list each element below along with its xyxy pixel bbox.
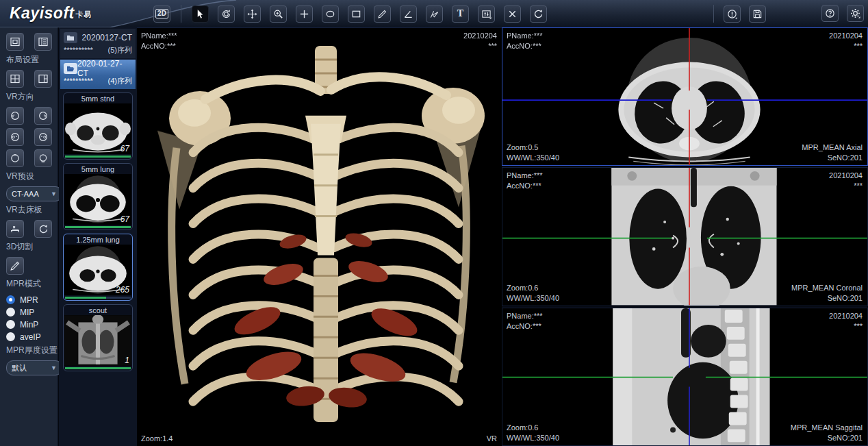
head-anterior-right-icon xyxy=(38,110,49,121)
tool-2d-mode-button[interactable]: 2D xyxy=(153,5,170,23)
tool-angle-measure-button[interactable] xyxy=(400,5,417,23)
radio-checked-icon xyxy=(6,295,15,304)
study-series-count: (5)序列 xyxy=(108,45,132,55)
mpr-mode-option-mpr[interactable]: MPR xyxy=(6,294,52,306)
tool-zoom-button[interactable] xyxy=(270,5,287,23)
thumbnail-image-number: 67 xyxy=(120,144,129,153)
mpr-thickness-label: MPR厚度设置 xyxy=(6,345,52,356)
study-patient-masked: ********** xyxy=(64,77,93,85)
help-icon xyxy=(825,8,835,18)
thumbnail-image: 1 xyxy=(64,315,131,366)
tool-rect-roi-button[interactable] xyxy=(348,5,365,23)
study-item-2-selected[interactable]: 2020-01-27-CT ********** (4)序列 xyxy=(60,60,136,89)
series-thumbnail-scout[interactable]: scout 1 xyxy=(63,304,133,371)
layout-panel-toggle-button[interactable] xyxy=(34,33,52,51)
toolbar-divider xyxy=(713,5,714,23)
main-toolbar: 2D xyxy=(153,5,547,23)
toolbar-divider xyxy=(181,5,181,23)
tool-rotate-3d-button[interactable] xyxy=(218,5,235,23)
series-thumbnail-1-25mm-lung[interactable]: 1.25mm lung 265 xyxy=(63,234,133,301)
help-button[interactable] xyxy=(821,5,839,22)
mpr-coronal-viewport[interactable]: PName:*** AccNO:*** 20210204 *** Zoom:0.… xyxy=(502,167,868,306)
layout-split-1-2-button[interactable] xyxy=(34,70,52,88)
tool-pan-button[interactable] xyxy=(244,5,261,23)
study-patient-masked: ********** xyxy=(64,46,93,54)
grid-2x2-icon xyxy=(10,73,21,84)
save-icon xyxy=(752,9,763,19)
vr-head-oblique-left-button[interactable] xyxy=(6,128,24,146)
tool-cursor-button[interactable] xyxy=(192,5,209,23)
crosshair-icon xyxy=(299,9,309,19)
info-icon xyxy=(727,9,737,19)
tool-cobb-angle-button[interactable] xyxy=(426,5,443,23)
folder-closed-icon xyxy=(64,32,77,43)
remove-bed-button[interactable] xyxy=(6,220,24,238)
thumbnail-image-number: 265 xyxy=(116,285,129,295)
mpr-thickness-value: 默认 xyxy=(12,363,27,373)
tool-ellipse-roi-button[interactable] xyxy=(322,5,339,23)
vr-viewport[interactable]: PName:*** AccNO:*** 20210204 *** Zoom:1.… xyxy=(137,27,502,446)
brand-text-cn: 卡易 xyxy=(76,10,92,18)
text-annotation-icon: T xyxy=(457,8,463,19)
series-thumbnail-5mm-stnd[interactable]: 5mm stnd 67 xyxy=(63,92,133,160)
coronal-ct-graphic xyxy=(502,168,867,305)
app-root: Kayisoft卡易 2D xyxy=(0,0,868,446)
angle-measure-icon xyxy=(403,9,413,19)
cut3d-pencil-button[interactable] xyxy=(6,257,24,275)
toolbar-secondary xyxy=(712,5,766,23)
radio-icon xyxy=(6,308,15,317)
mpr-thickness-select[interactable]: 默认▼ xyxy=(6,360,62,375)
vr-head-inferior-button[interactable] xyxy=(34,149,52,167)
thumbnail-label: scout xyxy=(64,306,131,315)
thumbnail-image: 67 xyxy=(64,174,131,225)
ellipse-roi-icon xyxy=(325,9,335,19)
vr-preset-select[interactable]: CT-AAA▼ xyxy=(6,186,62,201)
vr-head-anterior-left-button[interactable] xyxy=(6,107,24,125)
tool-delete-button[interactable] xyxy=(504,5,521,23)
head-inferior-icon xyxy=(38,153,49,164)
sagittal-ct-graphic xyxy=(502,308,867,445)
study-item-1[interactable]: 20200127-CT ********** (5)序列 xyxy=(60,29,136,58)
brand-logo: Kayisoft卡易 xyxy=(10,4,92,23)
cobb-angle-icon xyxy=(429,9,439,19)
series-column: 20200127-CT ********** (5)序列 2020-01-27-… xyxy=(59,27,137,446)
mpr-mode-option-minp[interactable]: MinP xyxy=(6,319,52,330)
brand-text: Kayisoft xyxy=(10,4,75,22)
rect-roi-icon xyxy=(351,9,361,19)
thumbnail-image: 67 xyxy=(64,103,131,154)
mpr-mode-option-mip[interactable]: MIP xyxy=(6,306,52,318)
vr-head-superior-button[interactable] xyxy=(6,149,24,167)
tool-reset-button[interactable] xyxy=(530,5,547,23)
debed-reset-button[interactable] xyxy=(34,220,52,238)
mpr-sagittal-viewport[interactable]: PName:*** AccNO:*** 20210204 *** Zoom:0.… xyxy=(502,308,868,446)
pan-icon xyxy=(247,9,257,19)
info-button[interactable] xyxy=(724,5,741,23)
layout-single-view-button[interactable] xyxy=(6,33,24,51)
layout-single-icon xyxy=(10,36,21,47)
save-button[interactable] xyxy=(749,5,766,23)
study-series-count: (4)序列 xyxy=(108,76,132,86)
tool-crosshair-button[interactable] xyxy=(296,5,313,23)
vr-head-anterior-right-button[interactable] xyxy=(34,107,52,125)
tool-window-level-button[interactable] xyxy=(478,5,495,23)
layout-panel-icon xyxy=(38,36,49,47)
gear-icon xyxy=(850,8,860,18)
tool-text-annotation-button[interactable]: T xyxy=(452,5,469,23)
series-thumbnail-5mm-lung[interactable]: 5mm lung 67 xyxy=(63,163,133,230)
vr-debed-label: VR去床板 xyxy=(6,204,52,216)
head-oblique-right-icon xyxy=(38,132,49,143)
thumbnail-progress xyxy=(65,226,131,228)
mpr-mode-option-aveip[interactable]: aveIP xyxy=(6,331,52,343)
vr-preset-value: CT-AAA xyxy=(12,190,39,198)
head-superior-icon xyxy=(10,153,21,164)
top-bar: Kayisoft卡易 2D xyxy=(0,0,868,27)
settings-button[interactable] xyxy=(847,5,864,22)
tool-length-measure-button[interactable] xyxy=(374,5,391,23)
study-date: 20200127-CT xyxy=(82,33,132,42)
head-anterior-left-icon xyxy=(10,110,21,121)
mpr-axial-viewport[interactable]: PName:*** AccNO:*** 20210204 *** Zoom:0.… xyxy=(502,27,868,166)
layout-section-label: 布局设置 xyxy=(6,54,52,66)
rotate-3d-icon xyxy=(221,9,231,19)
layout-grid-2x2-button[interactable] xyxy=(6,70,24,88)
vr-head-oblique-right-button[interactable] xyxy=(34,128,52,146)
